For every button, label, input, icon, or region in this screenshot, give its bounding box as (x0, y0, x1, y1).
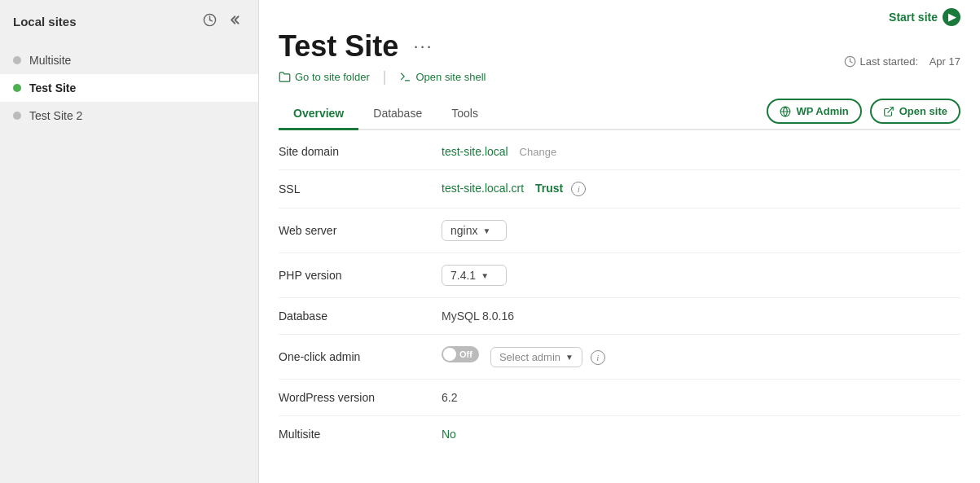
label-web-server: Web server (279, 209, 442, 253)
ssl-cert-value: test-site.local.crt (442, 182, 524, 195)
status-dot-multisite (13, 56, 21, 64)
table-row: SSL test-site.local.crt Trust i (279, 170, 960, 209)
label-multisite: Multisite (279, 416, 442, 453)
site-actions-bar: Go to site folder | Open site shell (279, 68, 960, 86)
open-shell-label: Open site shell (415, 71, 486, 83)
table-row: Database MySQL 8.0.16 (279, 298, 960, 335)
label-site-domain: Site domain (279, 134, 442, 170)
sidebar-item-label-multisite: Multisite (29, 54, 71, 67)
sites-list: Multisite Test Site Test Site 2 (0, 43, 258, 133)
wp-icon (780, 106, 791, 117)
open-site-label: Open site (899, 105, 947, 117)
status-dot-test-site (13, 84, 21, 92)
collapse-icon[interactable] (228, 11, 245, 32)
more-options-button[interactable]: ··· (408, 34, 437, 59)
label-php-version: PHP version (279, 253, 442, 298)
value-ssl: test-site.local.crt Trust i (442, 170, 960, 209)
select-admin-label: Select admin (499, 351, 560, 363)
wp-admin-label: WP Admin (796, 105, 848, 117)
wp-admin-button[interactable]: WP Admin (767, 99, 861, 124)
open-site-button[interactable]: Open site (870, 99, 960, 124)
table-row: Web server nginx ▼ (279, 209, 960, 253)
table-row: Multisite No (279, 416, 960, 453)
last-started-label: Last started: (860, 55, 919, 68)
sidebar-item-label-test-site-2: Test Site 2 (29, 109, 82, 122)
action-separator: | (383, 68, 387, 86)
label-ssl: SSL (279, 170, 442, 209)
sidebar-item-test-site-2[interactable]: Test Site 2 (0, 102, 258, 130)
value-php-version: 7.4.1 ▼ (442, 253, 960, 298)
start-site-button[interactable]: Start site ▶ (889, 8, 960, 26)
main-panel: Start site ▶ Test Site ··· Last started:… (259, 0, 980, 483)
sidebar-item-label-test-site: Test Site (29, 81, 76, 94)
domain-value: test-site.local (442, 145, 508, 158)
main-content: Test Site ··· Last started: Apr 17 Go to… (259, 29, 980, 483)
toggle-off-label: Off (459, 349, 472, 359)
value-one-click-admin: Off Select admin ▼ i (442, 335, 960, 380)
status-dot-test-site-2 (13, 112, 21, 120)
table-row: Site domain test-site.local Change (279, 134, 960, 170)
ssl-info-icon[interactable]: i (571, 182, 586, 196)
web-server-value: nginx (450, 224, 477, 237)
overview-table: Site domain test-site.local Change SSL t… (279, 134, 960, 452)
go-to-folder-label: Go to site folder (295, 71, 370, 83)
tab-database[interactable]: Database (358, 99, 437, 130)
one-click-admin-info-icon[interactable]: i (591, 350, 605, 365)
sidebar-header: Local sites (0, 0, 258, 43)
start-site-label: Start site (889, 11, 938, 24)
site-title-row: Test Site ··· Last started: Apr 17 (279, 29, 960, 64)
value-database: MySQL 8.0.16 (442, 298, 960, 335)
sidebar: Local sites Multisite Test Site Test Sit… (0, 0, 259, 483)
php-version-dropdown[interactable]: 7.4.1 ▼ (442, 265, 507, 286)
svg-line-4 (888, 107, 893, 112)
clock-icon (844, 55, 856, 68)
start-site-arrow-icon: ▶ (943, 8, 960, 26)
folder-icon (279, 71, 291, 83)
database-value: MySQL 8.0.16 (442, 310, 514, 323)
sidebar-item-multisite[interactable]: Multisite (0, 46, 258, 74)
last-started: Last started: Apr 17 (844, 55, 960, 68)
value-multisite: No (442, 416, 960, 453)
history-icon[interactable] (201, 11, 218, 32)
tabs: Overview Database Tools (279, 99, 493, 129)
web-server-dropdown[interactable]: nginx ▼ (442, 220, 507, 241)
label-wp-version: WordPress version (279, 380, 442, 416)
table-row: WordPress version 6.2 (279, 380, 960, 416)
sidebar-header-icons (201, 11, 245, 32)
tab-overview[interactable]: Overview (279, 99, 358, 130)
chevron-down-icon: ▼ (482, 226, 490, 235)
tabs-row: Overview Database Tools WP Admin Open si… (279, 99, 960, 130)
one-click-admin-toggle[interactable]: Off (442, 346, 479, 362)
table-row: PHP version 7.4.1 ▼ (279, 253, 960, 298)
sidebar-item-test-site[interactable]: Test Site (0, 74, 258, 102)
php-version-value: 7.4.1 (450, 269, 476, 282)
chevron-down-icon: ▼ (481, 271, 489, 280)
sidebar-title: Local sites (13, 15, 77, 29)
top-bar: Start site ▶ (259, 0, 980, 29)
chevron-down-icon: ▼ (565, 353, 573, 362)
value-web-server: nginx ▼ (442, 209, 960, 253)
table-row: One-click admin Off Select admin ▼ i (279, 335, 960, 380)
last-started-date: Apr 17 (929, 55, 960, 68)
trust-button[interactable]: Trust (535, 182, 563, 195)
open-site-shell-button[interactable]: Open site shell (399, 71, 486, 83)
select-admin-dropdown[interactable]: Select admin ▼ (490, 347, 582, 367)
tab-tools[interactable]: Tools (437, 99, 493, 130)
label-database: Database (279, 298, 442, 335)
toggle-circle (443, 348, 456, 361)
site-title: Test Site (279, 29, 398, 64)
change-domain-link[interactable]: Change (520, 146, 557, 158)
wp-version-value: 6.2 (442, 391, 457, 404)
go-to-site-folder-button[interactable]: Go to site folder (279, 71, 370, 83)
external-link-icon (883, 106, 894, 117)
value-wp-version: 6.2 (442, 380, 960, 416)
tab-action-buttons: WP Admin Open site (767, 99, 960, 129)
multisite-value: No (442, 428, 456, 441)
label-one-click-admin: One-click admin (279, 335, 442, 380)
terminal-icon (399, 71, 411, 83)
value-site-domain: test-site.local Change (442, 134, 960, 170)
